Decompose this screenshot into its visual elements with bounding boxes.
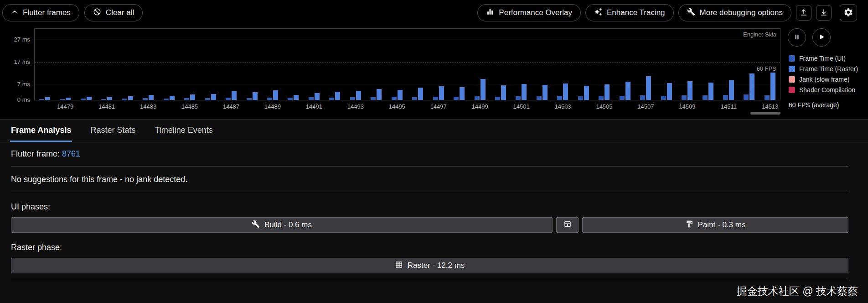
frame-bar[interactable]: [770, 73, 775, 100]
frame-bar[interactable]: [45, 97, 50, 100]
frame-bar[interactable]: [522, 84, 527, 100]
frame-bar[interactable]: [350, 97, 355, 100]
frame-bar[interactable]: [398, 90, 403, 100]
frame-bar[interactable]: [708, 83, 713, 100]
frame-bar-group[interactable]: [433, 86, 444, 100]
frame-bar-group[interactable]: [640, 76, 651, 100]
frame-bar-group[interactable]: [475, 79, 486, 100]
frame-bar-group[interactable]: [516, 84, 527, 100]
frame-bar-group[interactable]: [226, 91, 237, 100]
frame-bar[interactable]: [253, 92, 258, 100]
frame-bar[interactable]: [66, 98, 71, 100]
frame-bar[interactable]: [599, 96, 604, 100]
frame-bar[interactable]: [205, 98, 210, 100]
frame-bar[interactable]: [184, 98, 189, 100]
frame-bar-group[interactable]: [309, 93, 320, 100]
frame-bar[interactable]: [211, 94, 216, 100]
paint-phase-block[interactable]: Paint - 0.3 ms: [582, 217, 848, 233]
frame-bar[interactable]: [557, 96, 562, 100]
frame-bar[interactable]: [563, 84, 568, 100]
frame-bar-group[interactable]: [329, 92, 340, 100]
frame-bar-group[interactable]: [371, 89, 382, 100]
resume-button[interactable]: [812, 28, 831, 47]
frame-bar[interactable]: [646, 76, 651, 100]
frame-bar-group[interactable]: [60, 98, 71, 100]
frame-bar[interactable]: [39, 99, 44, 100]
frame-bar[interactable]: [309, 97, 314, 100]
frame-bar-group[interactable]: [599, 84, 610, 100]
frame-bar[interactable]: [418, 88, 423, 100]
frame-bar[interactable]: [122, 99, 127, 100]
frame-bar-group[interactable]: [682, 81, 692, 100]
frame-bar-group[interactable]: [122, 96, 133, 100]
frame-bar[interactable]: [765, 95, 770, 100]
frame-bar[interactable]: [60, 99, 65, 100]
frame-bar[interactable]: [661, 96, 666, 100]
frame-bar[interactable]: [433, 97, 438, 100]
frame-bar[interactable]: [749, 73, 754, 100]
frame-bar-group[interactable]: [703, 83, 713, 100]
frame-bar-group[interactable]: [288, 95, 299, 100]
frame-bar-group[interactable]: [620, 82, 630, 100]
frame-bar[interactable]: [329, 98, 334, 100]
frame-bar[interactable]: [190, 94, 195, 100]
frame-bar[interactable]: [392, 97, 397, 100]
frame-bar[interactable]: [439, 86, 444, 100]
frame-bar[interactable]: [335, 92, 340, 100]
frame-bar[interactable]: [454, 97, 459, 100]
frame-bar[interactable]: [495, 97, 500, 100]
frame-bar-group[interactable]: [578, 86, 589, 100]
frame-bar-group[interactable]: [392, 90, 403, 100]
enhance-tracing-button[interactable]: Enhance Tracing: [585, 4, 674, 21]
frame-bar[interactable]: [412, 97, 417, 100]
frame-bar-group[interactable]: [184, 94, 195, 100]
frame-bar-group[interactable]: [557, 84, 568, 100]
frame-bar[interactable]: [273, 90, 278, 100]
frame-bar-group[interactable]: [495, 85, 506, 100]
frame-bar[interactable]: [501, 85, 506, 100]
frame-bar[interactable]: [101, 99, 106, 100]
frame-bar[interactable]: [584, 86, 589, 100]
frame-bar[interactable]: [744, 94, 749, 100]
frame-bar[interactable]: [475, 96, 480, 100]
frame-bar[interactable]: [107, 97, 112, 100]
frame-bar[interactable]: [87, 97, 92, 100]
frame-bar[interactable]: [232, 91, 237, 100]
import-button[interactable]: [816, 5, 832, 21]
frame-bar[interactable]: [729, 80, 734, 100]
frame-bar[interactable]: [542, 85, 548, 100]
frame-bar[interactable]: [687, 81, 692, 100]
performance-overlay-button[interactable]: Performance Overlay: [477, 4, 581, 21]
flutter-frames-toggle-button[interactable]: Flutter frames: [2, 4, 79, 21]
clear-all-button[interactable]: Clear all: [84, 4, 143, 21]
frame-bar-group[interactable]: [267, 90, 278, 100]
frame-bar[interactable]: [625, 82, 630, 100]
export-button[interactable]: [796, 5, 811, 21]
tab-raster-stats[interactable]: Raster Stats: [89, 120, 136, 142]
build-phase-block[interactable]: Build - 0.6 ms: [11, 217, 553, 233]
tab-timeline-events[interactable]: Timeline Events: [154, 120, 213, 142]
frame-bar-group[interactable]: [723, 80, 734, 100]
frame-bar-group[interactable]: [247, 92, 258, 100]
frame-bar-group[interactable]: [164, 96, 175, 100]
frame-bar-group[interactable]: [744, 73, 754, 100]
frame-bar[interactable]: [682, 95, 687, 100]
frame-bar[interactable]: [578, 96, 583, 100]
frame-bar-group[interactable]: [765, 73, 775, 100]
frame-bar[interactable]: [356, 91, 361, 100]
frame-bar[interactable]: [294, 95, 299, 100]
frame-bar[interactable]: [516, 96, 521, 100]
frame-bar[interactable]: [164, 99, 169, 100]
frame-bar[interactable]: [723, 95, 728, 100]
chart-scrollbar[interactable]: [750, 112, 780, 115]
frame-bar[interactable]: [667, 83, 672, 100]
settings-button[interactable]: [840, 4, 857, 21]
raster-phase-block[interactable]: Raster - 12.2 ms: [11, 258, 848, 273]
frame-bar[interactable]: [620, 96, 625, 100]
frame-bar[interactable]: [460, 87, 465, 100]
frame-number-link[interactable]: 8761: [62, 149, 80, 158]
frame-bar-group[interactable]: [350, 91, 361, 100]
layout-phase-block[interactable]: [556, 217, 579, 233]
more-debugging-options-button[interactable]: More debugging options: [678, 4, 791, 21]
frame-bar[interactable]: [170, 96, 175, 100]
